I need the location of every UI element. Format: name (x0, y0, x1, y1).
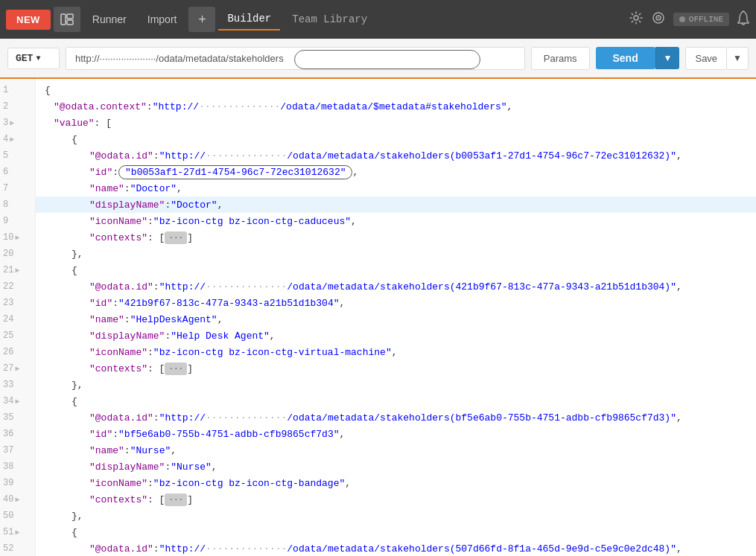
offline-label: OFFLINE (689, 15, 723, 24)
code-line-20: }, (36, 246, 756, 262)
code-line-52: "@odata.id" : "http://··············/oda… (36, 540, 756, 556)
code-line-34: { (36, 393, 756, 409)
toolbar-right: OFFLINE (629, 10, 750, 29)
code-line-21: { (36, 262, 756, 278)
line-num-9: 9 (0, 213, 35, 229)
code-line-51: { (36, 524, 756, 540)
code-line-22: "@odata.id" : "http://··············/oda… (36, 278, 756, 295)
line-num-23: 23 (0, 295, 35, 311)
code-line-1: { (36, 82, 756, 98)
svg-point-3 (634, 16, 638, 20)
save-group: Save ▼ (685, 47, 749, 70)
line-num-26: 26 (0, 344, 35, 360)
line-num-4: 4▶ (0, 131, 35, 147)
code-line-37: "name" : "Nurse" , (36, 442, 756, 458)
code-line-50: }, (36, 508, 756, 524)
line-num-3: 3▶ (0, 115, 35, 131)
line-numbers: 1 2 3▶ 4▶ 5 6 7 8 9 10▶ 20 21▶ 22 23 24 … (0, 79, 36, 556)
code-line-10: "contexts" : [ ··· ] (36, 229, 756, 246)
line-num-39: 39 (0, 475, 35, 491)
code-line-27: "contexts" : [ ··· ] (36, 360, 756, 377)
svg-point-6 (658, 17, 659, 19)
save-dropdown-button[interactable]: ▼ (727, 47, 749, 70)
line-num-33: 33 (0, 377, 35, 393)
tab-team-library[interactable]: Team Library (283, 9, 376, 30)
line-num-21: 21▶ (0, 262, 35, 278)
contexts-badge-1: ··· (165, 231, 187, 244)
line-num-37: 37 (0, 442, 35, 458)
line-num-35: 35 (0, 409, 35, 426)
line-num-27: 27▶ (0, 360, 35, 377)
code-line-24: "name" : "HelpDeskAgent" , (36, 311, 756, 327)
runner-button[interactable]: Runner (83, 9, 136, 30)
line-num-20: 20 (0, 246, 35, 262)
line-num-40: 40▶ (0, 491, 35, 508)
line-num-10: 10▶ (0, 229, 35, 246)
code-line-2: "@odata.context" : "http://·············… (36, 98, 756, 115)
line-num-38: 38 (0, 458, 35, 475)
code-line-6: "id" : "b0053af1-27d1-4754-96c7-72ec3101… (36, 164, 756, 180)
send-group: Send ▼ (596, 47, 680, 69)
save-button[interactable]: Save (685, 47, 727, 70)
line-num-22: 22 (0, 278, 35, 295)
send-button[interactable]: Send (596, 47, 655, 69)
url-input[interactable] (66, 47, 525, 70)
offline-dot (679, 16, 685, 22)
code-line-25: "displayName" : "Help Desk Agent" , (36, 327, 756, 344)
code-line-35: "@odata.id" : "http://··············/oda… (36, 409, 756, 426)
offline-badge: OFFLINE (673, 13, 729, 26)
code-line-40: "contexts" : [ ··· ] (36, 491, 756, 508)
svg-rect-2 (67, 20, 73, 25)
contexts-badge-2: ··· (165, 362, 187, 375)
code-line-36: "id" : "bf5e6ab0-755b-4751-adbb-cfb9865c… (36, 426, 756, 442)
code-line-9: "iconName" : "bz-icon-ctg bz-icon-ctg-ca… (36, 213, 756, 229)
new-button[interactable]: NEW (6, 10, 51, 30)
line-num-6: 6 (0, 164, 35, 180)
send-dropdown-button[interactable]: ▼ (655, 47, 680, 69)
method-select[interactable]: GET ▼ (7, 48, 60, 69)
line-num-25: 25 (0, 327, 35, 344)
line-num-1: 1 (0, 82, 35, 98)
code-line-5: "@odata.id" : "http://··············/oda… (36, 147, 756, 164)
code-content: { "@odata.context" : "http://···········… (36, 79, 756, 556)
code-line-4: { (36, 131, 756, 147)
contexts-badge-3: ··· (165, 493, 187, 506)
layout-icon (60, 13, 74, 25)
main-toolbar: NEW Runner Import + Builder Team Library (0, 0, 756, 39)
code-line-38: "displayName" : "Nurse" , (36, 458, 756, 475)
method-dropdown-icon: ▼ (36, 54, 40, 63)
line-num-52: 52 (0, 540, 35, 556)
line-num-8: 8 (0, 196, 35, 213)
url-input-wrapper (66, 47, 525, 70)
layout-icon-button[interactable] (54, 7, 80, 32)
line-num-34: 34▶ (0, 393, 35, 409)
settings-icon[interactable] (629, 10, 644, 29)
code-area: 1 2 3▶ 4▶ 5 6 7 8 9 10▶ 20 21▶ 22 23 24 … (0, 79, 756, 556)
notification-icon[interactable] (737, 10, 750, 29)
line-num-51: 51▶ (0, 524, 35, 540)
import-button[interactable]: Import (139, 9, 186, 30)
line-num-50: 50 (0, 508, 35, 524)
code-line-39: "iconName" : "bz-icon-ctg bz-icon-ctg-ba… (36, 475, 756, 491)
line-num-5: 5 (0, 147, 35, 164)
line-num-36: 36 (0, 426, 35, 442)
code-line-8: "displayName" : "Doctor" , (36, 196, 756, 213)
code-line-33: }, (36, 377, 756, 393)
code-line-23: "id" : "421b9f67-813c-477a-9343-a21b51d1… (36, 295, 756, 311)
target-icon[interactable] (651, 10, 666, 29)
svg-rect-0 (61, 14, 66, 25)
method-label: GET (16, 53, 33, 64)
tab-builder[interactable]: Builder (218, 8, 280, 31)
code-line-7: "name" : "Doctor" , (36, 180, 756, 196)
params-button[interactable]: Params (531, 47, 590, 70)
code-line-3: "value" : [ (36, 115, 756, 131)
line-num-2: 2 (0, 98, 35, 115)
code-line-26: "iconName" : "bz-icon-ctg bz-icon-ctg-vi… (36, 344, 756, 360)
url-bar: GET ▼ Params Send ▼ Save ▼ (0, 39, 756, 79)
add-tab-button[interactable]: + (188, 7, 215, 32)
line-num-24: 24 (0, 311, 35, 327)
svg-rect-1 (67, 14, 73, 19)
id-circle-1: "b0053af1-27d1-4754-96c7-72ec31012632" (118, 165, 352, 179)
line-num-7: 7 (0, 180, 35, 196)
